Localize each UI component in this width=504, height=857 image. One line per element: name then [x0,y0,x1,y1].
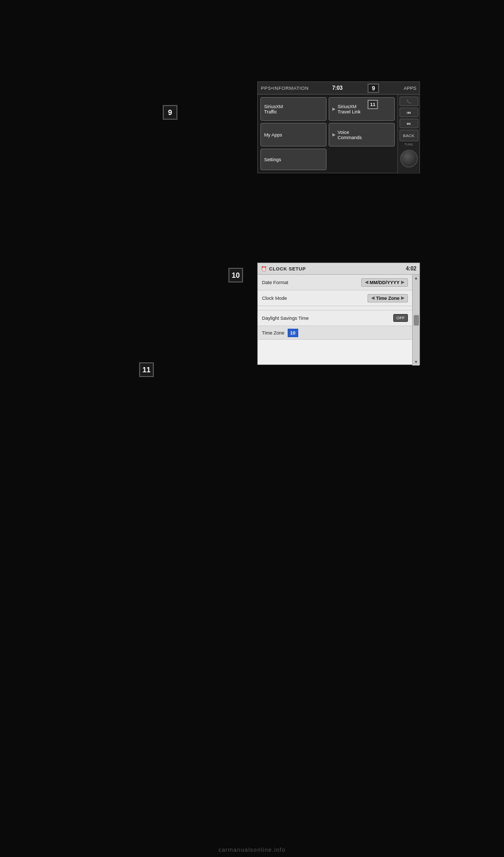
daylight-savings-toggle[interactable]: OFF [393,314,408,322]
scroll-down-icon[interactable]: ▼ [414,360,418,364]
screen1-header: PPS•INFORMATION 7:03 9 APPS [258,82,419,95]
badge-11-inline: 11 [368,100,378,109]
daylight-savings-label: Daylight Savings Time [262,316,309,321]
badge-10-left: 10 [228,268,243,283]
screen2-title: ⏰ CLOCK SETUP [261,266,306,271]
time-zone-label: Time Zone [262,330,285,336]
scrollbar[interactable]: ▲ ▼ [412,275,419,365]
screen2-clock-setup: ⏰ CLOCK SETUP 4:02 ▲ ▼ Date Format ◀ MM/… [257,263,420,365]
date-format-label: Date Format [262,280,288,285]
daylight-savings-row: Daylight Savings Time OFF [258,310,419,326]
date-format-right-arrow[interactable]: ▶ [401,280,404,285]
tune-knob[interactable] [400,150,418,168]
right-controls-panel: 📞 ⏮ ⏭ BACK TUNE [397,95,419,174]
screen2-content: ▲ ▼ Date Format ◀ MM/DD/YYYY ▶ Clock Mod… [258,275,419,340]
screen2-time: 4:02 [406,266,416,271]
badge-9-left: 9 [163,105,177,120]
apps-label: APPS [404,86,416,91]
screen1-header-title: PPS•INFORMATION [261,86,309,91]
back-button[interactable]: BACK [400,130,418,141]
badge-11-left: 11 [139,362,154,377]
clock-mode-label: Clock Mode [262,296,287,301]
tune-label: TUNE [404,143,413,146]
screen2-header: ⏰ CLOCK SETUP 4:02 [258,263,419,275]
screen1-apps-menu: PPS•INFORMATION 7:03 9 APPS 📞 ⏮ ⏭ BACK T… [257,81,420,173]
menu-btn-siriusxm-travel-link[interactable]: ▶ SiriusXMTravel Link [329,97,395,121]
clock-mode-right-arrow[interactable]: ▶ [401,296,404,300]
menu-btn-my-apps[interactable]: My Apps [260,123,327,147]
media-prev-button[interactable]: ⏮ [400,108,418,117]
watermark: carmanualsonline.info [218,846,286,853]
phone-button[interactable]: 📞 [400,97,418,106]
scroll-thumb[interactable] [414,315,419,326]
media-next-button[interactable]: ⏭ [400,119,418,128]
date-format-left-arrow[interactable]: ◀ [365,280,368,285]
time-zone-row: Time Zone 10 [258,326,419,340]
play-icon: ▶ [332,107,335,111]
spacer-row [258,306,419,310]
page: 9 PPS•INFORMATION 7:03 9 APPS 📞 ⏮ ⏭ BACK… [0,0,504,857]
badge-9-right: 9 [368,83,379,93]
menu-btn-siriusxm-traffic[interactable]: SiriusXMTraffic [260,97,327,121]
clock-mode-left-arrow[interactable]: ◀ [371,296,374,300]
clock-mode-value[interactable]: ◀ Time Zone ▶ [368,294,408,302]
scroll-up-icon[interactable]: ▲ [414,276,418,280]
clock-mode-row: Clock Mode ◀ Time Zone ▶ [258,290,419,306]
voice-icon: ▶ [332,132,335,137]
clock-icon: ⏰ [261,266,267,271]
date-format-row: Date Format ◀ MM/DD/YYYY ▶ [258,275,419,290]
menu-btn-voice-commands[interactable]: ▶ VoiceCommands [329,123,395,147]
date-format-value[interactable]: ◀ MM/DD/YYYY ▶ [361,278,408,287]
menu-btn-settings[interactable]: Settings [260,149,327,170]
badge-10-inline: 10 [288,329,298,337]
screen1-header-time: 7:03 [332,85,343,91]
